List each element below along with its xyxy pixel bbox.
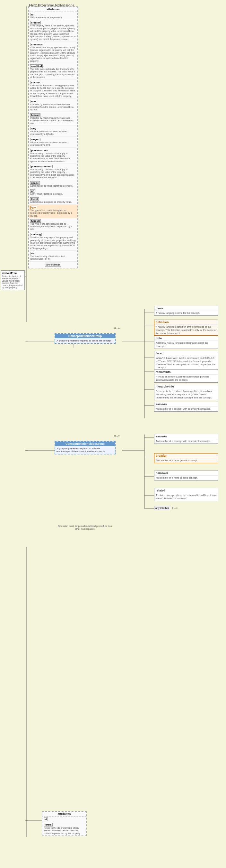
derived-from-desc: Refers to the ids of elements whose valu… — [2, 275, 24, 289]
attr-how-name: how — [30, 100, 37, 103]
attr-typeuri: typeuri The type of the concept assigned… — [29, 218, 77, 231]
attr-xmllang-name: xmllang — [30, 233, 42, 236]
right-item-sameas-def-desc: An identifier of a concept with equivale… — [154, 407, 218, 411]
attr-pubconstraint-desc: One or many constraints that apply to pu… — [30, 152, 76, 163]
right-item-name-desc: A natural language name for the concept. — [154, 311, 218, 315]
attr-howuri-desc: Indicates by which means the value was e… — [30, 117, 76, 125]
attr-how-desc: Indicates by which means the value was e… — [30, 103, 76, 111]
attr-custom: custom If set to true the corresponding … — [29, 80, 77, 98]
right-item-broader-desc: An identifier of a more generic concept. — [154, 458, 218, 463]
right-item-narrower-desc: An identifier of a more specific concept… — [154, 476, 218, 480]
right-item-name-title: name — [154, 306, 218, 311]
right-item-narrower: narrower An identifier of a more specifi… — [154, 470, 218, 480]
attr-pubconstraint-name: pubconstraint — [30, 149, 49, 152]
attr-whyuri-name: whyuri — [30, 138, 40, 141]
attr-type-name: type — [30, 206, 37, 209]
any-other-main: any ##other — [29, 262, 77, 268]
attr-xmllang: xmllang Specifies the language of this p… — [29, 232, 77, 250]
right-item-broader: broader An identifier of a more generic … — [154, 453, 218, 463]
attr-howuri: howuri Indicates by which means the valu… — [29, 112, 77, 126]
attr-modified: modified The date (and, optionally, the … — [29, 63, 77, 80]
attr-why-desc: Why the metadata has been included - exp… — [30, 130, 76, 136]
attr-uri-desc: A URI which identifies a concept. — [30, 193, 76, 195]
attr-whyuri: whyuri Why the metadata has been include… — [29, 137, 77, 147]
attr-dir-name: dir — [30, 252, 35, 255]
attr-modified-desc: The date (and, optionally, the time) whe… — [30, 68, 76, 79]
bottom-attr-idrefs: idrefs Refers to the ids of elements whi… — [42, 822, 86, 836]
attr-id: id Natural identifier of the property. — [29, 12, 77, 20]
right-item-sameas-rel-desc: An identifier of a concept with equivale… — [154, 439, 218, 443]
attr-typeuri-name: typeuri — [30, 219, 41, 223]
right-item-related-title: related — [154, 488, 218, 493]
right-item-hierarchyinfo-title: hierarchyInfo — [154, 384, 218, 389]
right-item-sameas-def-title: sameAs — [154, 402, 218, 407]
right-item-sameas-rel-title: sameAs — [154, 434, 218, 439]
attr-creatoruri-desc: If the attribute is empty, specifies whi… — [30, 46, 76, 62]
right-item-broader-title: broader — [154, 454, 218, 458]
attr-howuri-name: howuri — [30, 113, 40, 117]
right-item-note: note Additional natural language informa… — [154, 336, 218, 349]
derived-from-box: derivedFrom Refers to the ids of element… — [1, 270, 25, 290]
right-item-hierarchyinfo-desc: Represents the position of a concept in … — [154, 389, 218, 400]
concept-def-group-title: ConceptDefinitionGroup — [55, 334, 115, 338]
main-attributes-box: attributes id Natural identifier of the … — [28, 6, 78, 269]
right-item-facet-desc: In NAR 1.8 and later, facet is deprecate… — [154, 356, 218, 370]
right-item-definition-desc: A natural language definition of the sem… — [154, 325, 218, 335]
attr-typeuri-desc: The type of the concept assigned as cont… — [30, 223, 76, 231]
right-item-definition-title: definition — [154, 320, 218, 325]
page-container: Flex1PropType (extension) — [0, 0, 226, 868]
attr-custom-name: custom — [30, 81, 41, 84]
attr-uri-name: uri — [30, 189, 35, 193]
bottom-attr-idrefs-name: idrefs — [44, 823, 53, 827]
right-item-hierarchyinfo: hierarchyInfo Represents the position of… — [154, 384, 218, 400]
attr-creatoruri: creatoruri If the attribute is empty, sp… — [29, 42, 77, 63]
right-item-related: related A related concept; where the rel… — [154, 488, 218, 501]
attr-uri: uri A URI which identifies a concept. — [29, 188, 77, 196]
right-item-related-desc: A related concept; where the relationshi… — [154, 493, 218, 501]
right-item-narrower-title: narrower — [154, 471, 218, 476]
any-other-rel-label: any ##other — [154, 506, 170, 510]
bottom-attr-id-name: id — [44, 817, 48, 821]
concept-def-group-desc: A group of properties required to define… — [55, 338, 115, 343]
attr-literal-desc: A literal value assigned as property val… — [30, 201, 76, 204]
attr-qcode: qcode A qualified code which identifies … — [29, 180, 77, 188]
attr-id-desc: Natural identifier of the property. — [30, 17, 76, 19]
concept-definition-group-box: ConceptDefinitionGroup A group of proper… — [54, 333, 116, 344]
right-item-remoteinfo: remoteInfo A link to an item or a web re… — [154, 369, 218, 383]
right-item-note-title: note — [154, 336, 218, 341]
right-item-definition: definition A natural language definition… — [154, 319, 218, 336]
attr-dir-desc: The directionality of textual content (e… — [30, 255, 76, 261]
concept-relationships-group-box: ConceptRelationshipsGroup A group of pro… — [54, 441, 116, 455]
attr-how: how Indicates by which means the value w… — [29, 99, 77, 112]
derived-from-label: derivedFrom — [2, 272, 24, 275]
attr-creator: creator If the property value is not def… — [29, 20, 77, 41]
bottom-attr-idrefs-desc: Refers to the ids of elements which valu… — [44, 827, 85, 835]
attr-creatoruri-name: creatoruri — [30, 43, 44, 46]
attr-pubconstrainturi: pubconstrainturi One or many constraints… — [29, 164, 77, 180]
attr-type: type The type of the concept assigned as… — [29, 205, 77, 218]
attr-pubconstrainturi-name: pubconstrainturi — [30, 165, 53, 168]
right-item-note-desc: Additional natural language information … — [154, 341, 218, 348]
attr-whyuri-desc: Why the metadata has been included - exp… — [30, 141, 76, 147]
any-other-main-label: any ##other — [45, 262, 61, 267]
any-other-rel-cardinality: 0...∞ — [172, 506, 178, 509]
right-item-facet-title: facet — [154, 351, 218, 356]
attr-qcode-desc: A qualified code which identifies a conc… — [30, 185, 76, 187]
right-item-facet: facet In NAR 1.8 and later, facet is dep… — [154, 351, 218, 370]
attr-literal: literal A literal value assigned as prop… — [29, 196, 77, 204]
attr-literal-name: literal — [30, 197, 39, 201]
attr-creator-desc: If the property value is not defined, sp… — [30, 25, 76, 40]
right-item-sameas-def: sameAs An identifier of a concept with e… — [154, 402, 218, 412]
attr-dir: dir The directionality of textual conten… — [29, 251, 77, 261]
extension-point-label: Extension point for provider-defined pro… — [54, 525, 116, 530]
attributes-box-title: attributes — [29, 7, 77, 12]
any-other-rel: any ##other 0...∞ — [154, 506, 178, 510]
right-item-name: name A natural language name for the con… — [154, 306, 218, 316]
right-item-sameas-rel: sameAs An identifier of a concept with e… — [154, 434, 218, 444]
attr-id-name: id — [30, 13, 34, 17]
bottom-attr-id: id — [42, 816, 86, 822]
attr-pubconstrainturi-desc: One or many constraints that apply to pu… — [30, 168, 76, 179]
attr-custom-desc: If set to true the corresponding propert… — [30, 84, 76, 98]
concept-rel-cardinality: 0...∞ — [114, 434, 120, 437]
attr-pubconstraint: pubconstraint One or many constraints th… — [29, 148, 77, 164]
